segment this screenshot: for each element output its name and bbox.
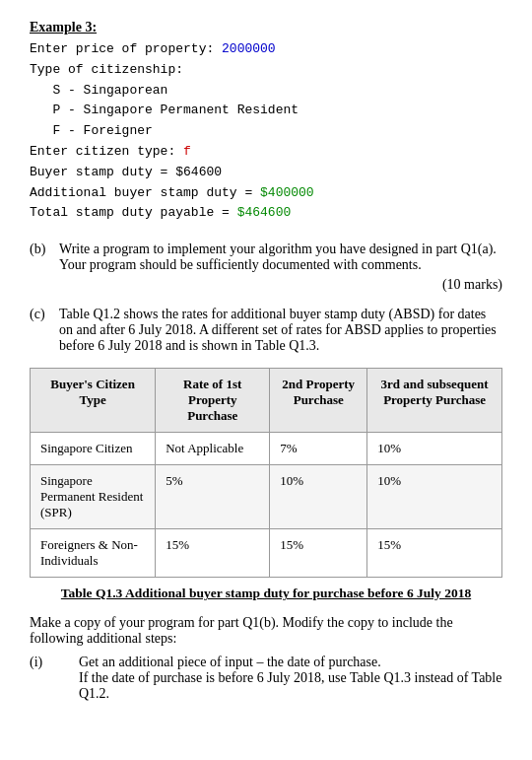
part-b-letter: (b) xyxy=(30,242,49,257)
example-section: Example 3: Enter price of property: 2000… xyxy=(30,20,502,224)
followup-section: Make a copy of your program for part Q1(… xyxy=(30,615,502,702)
followup-text: Make a copy of your program for part Q1(… xyxy=(30,615,502,647)
sub-item-i-content: Get an additional piece of input – the d… xyxy=(79,655,502,702)
cell-citizen-1: Singapore Citizen xyxy=(31,433,156,465)
code-line-3: S - Singaporean xyxy=(30,83,167,98)
table-row: Singapore Citizen Not Applicable 7% 10% xyxy=(31,433,502,465)
table-row: Singapore Permanent Resident (SPR) 5% 10… xyxy=(31,465,502,529)
part-b: (b) Write a program to implement your al… xyxy=(30,242,502,293)
example-title: Example 3: xyxy=(30,20,502,35)
code-line-2: Type of citizenship: xyxy=(30,62,183,77)
cell-3rd-2: 10% xyxy=(367,465,502,529)
col-header-2nd: 2nd Property Purchase xyxy=(270,369,367,433)
table-header-row: Buyer's Citizen Type Rate of 1st Propert… xyxy=(31,369,502,433)
code-line-5: F - Foreigner xyxy=(30,123,153,138)
code-line-7: Buyer stamp duty = $64600 xyxy=(30,165,222,179)
part-c-text: Table Q1.2 shows the rates for additiona… xyxy=(59,307,497,353)
cell-1st-3: 15% xyxy=(156,529,270,578)
table-caption: Table Q1.3 Additional buyer stamp duty f… xyxy=(30,586,502,601)
cell-2nd-1: 7% xyxy=(270,433,367,465)
sub-item-i-line-1: Get an additional piece of input – the d… xyxy=(79,655,381,669)
cell-citizen-2: Singapore Permanent Resident (SPR) xyxy=(31,465,156,529)
code-line-4: P - Singapore Permanent Resident xyxy=(30,103,299,117)
part-c: (c) Table Q1.2 shows the rates for addit… xyxy=(30,307,502,601)
part-c-label: (c) Table Q1.2 shows the rates for addit… xyxy=(30,307,502,354)
cell-2nd-3: 15% xyxy=(270,529,367,578)
part-c-content: Table Q1.2 shows the rates for additiona… xyxy=(59,307,502,354)
cell-3rd-1: 10% xyxy=(367,433,502,465)
part-b-content: Write a program to implement your algori… xyxy=(59,242,502,293)
code-block: Enter price of property: 2000000 Type of… xyxy=(30,39,502,224)
part-b-marks: (10 marks) xyxy=(59,277,502,293)
sub-item-i-label: (i) xyxy=(30,655,59,702)
cell-citizen-3: Foreigners & Non-Individuals xyxy=(31,529,156,578)
part-b-text: Write a program to implement your algori… xyxy=(59,242,497,272)
cell-2nd-2: 10% xyxy=(270,465,367,529)
part-b-label: (b) Write a program to implement your al… xyxy=(30,242,502,293)
cell-3rd-3: 15% xyxy=(367,529,502,578)
code-value-absd: $400000 xyxy=(260,185,314,200)
absd-table: Buyer's Citizen Type Rate of 1st Propert… xyxy=(30,368,502,578)
code-line-1: Enter price of property: 2000000 xyxy=(30,41,276,56)
table-container: Buyer's Citizen Type Rate of 1st Propert… xyxy=(30,368,502,601)
cell-1st-1: Not Applicable xyxy=(156,433,270,465)
code-value-price: 2000000 xyxy=(222,41,276,56)
code-line-6: Enter citizen type: f xyxy=(30,144,191,159)
sub-item-i-line-2: If the date of purchase is before 6 July… xyxy=(79,670,501,701)
col-header-citizen: Buyer's Citizen Type xyxy=(31,369,156,433)
code-line-8: Additional buyer stamp duty = $400000 xyxy=(30,185,314,200)
table-row: Foreigners & Non-Individuals 15% 15% 15% xyxy=(31,529,502,578)
code-value-citizen: f xyxy=(183,144,191,159)
code-value-total: $464600 xyxy=(237,205,292,220)
part-c-letter: (c) xyxy=(30,307,49,322)
col-header-3rd: 3rd and subsequent Property Purchase xyxy=(367,369,502,433)
cell-1st-2: 5% xyxy=(156,465,270,529)
sub-item-i: (i) Get an additional piece of input – t… xyxy=(30,655,502,702)
col-header-1st: Rate of 1st Property Purchase xyxy=(156,369,270,433)
code-line-9: Total stamp duty payable = $464600 xyxy=(30,205,291,220)
